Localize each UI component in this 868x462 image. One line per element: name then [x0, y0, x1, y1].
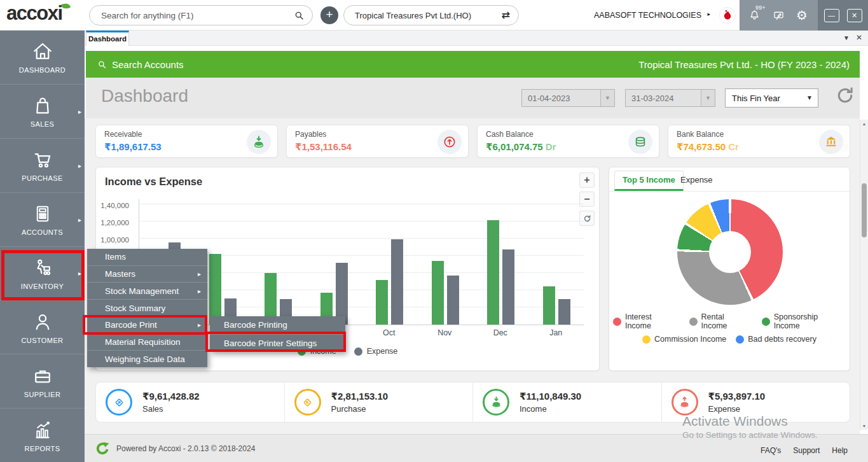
accounts-search-bar: Search Accounts Tropical Treasures Pvt L… — [86, 51, 860, 78]
chart-slot-sep — [307, 199, 362, 325]
sidebar-item-inventory[interactable]: INVENTORY▸ — [0, 247, 85, 301]
chart-slot-dec — [473, 199, 529, 325]
donut-legend-item-bad-debts-recovery: Bad debts recovery — [736, 335, 816, 344]
legend-dot-icon — [736, 335, 744, 344]
logo-leaf-icon — [61, 2, 71, 10]
chart-slot-oct — [362, 199, 418, 325]
messages-icon[interactable] — [772, 9, 785, 22]
summary-card-payables: Payables₹1,53,116.54 — [286, 125, 469, 158]
submenu-item-barcode-printing[interactable]: Barcode Printing — [210, 316, 345, 335]
sidebar-item-accounts[interactable]: ACCOUNTS▸ — [0, 193, 85, 247]
period-select-caret-icon: ▼ — [806, 94, 813, 101]
search-accounts[interactable]: Search Accounts — [97, 59, 184, 70]
menu-item-weighing-scale-data[interactable]: Weighing Scale Data — [87, 351, 207, 367]
purchase-cart-icon — [31, 148, 54, 171]
vertical-scrollbar[interactable]: ▲ ▼ — [860, 120, 868, 430]
menu-item-stock-management[interactable]: Stock Management▸ — [87, 283, 207, 300]
refresh-icon[interactable] — [835, 85, 855, 106]
scrollbar-down-icon[interactable]: ▼ — [860, 424, 868, 428]
scrollbar-up-icon[interactable]: ▲ — [860, 122, 868, 126]
summary-card-receivable: Receivable₹1,89,617.53 — [95, 125, 278, 158]
summary-card-suffix: Dr — [546, 141, 556, 152]
date-to-caret-icon: ▼ — [701, 90, 715, 106]
menu-item-label: Barcode Print — [105, 320, 157, 330]
footer-link-support[interactable]: Support — [793, 446, 820, 455]
menu-item-label: Stock Management — [105, 286, 179, 296]
sidebar-item-reports[interactable]: REPORTS — [0, 409, 85, 462]
summary-card-label: Receivable — [104, 130, 142, 139]
menu-item-masters[interactable]: Masters▸ — [87, 266, 207, 283]
donut-legend-item-commission-income: Commission Income — [642, 335, 726, 344]
settings-gear-icon[interactable]: ⚙ — [796, 9, 809, 22]
y-axis-label: 1,40,000 — [96, 202, 129, 209]
company-selector[interactable]: Tropical Treasures Pvt Ltd.(HO) ⇄ — [343, 5, 519, 25]
donut-legend-label: Sponsorship Income — [774, 312, 846, 330]
sidebar-item-dashboard[interactable]: DASHBOARD — [0, 31, 85, 85]
page-header: Dashboard 01-04-2023 ▼ 31-03-2024 ▼ This… — [86, 78, 860, 118]
bar-income-oct — [376, 280, 388, 325]
sidebar-item-supplier[interactable]: SUPPLIER — [0, 354, 85, 409]
tab-strip: Dashboard ▼ ✕ — [85, 31, 868, 46]
tab-top5-income[interactable]: Top 5 Income — [614, 171, 684, 191]
chevron-right-icon: ▸ — [78, 270, 81, 277]
footer-link-faq-s[interactable]: FAQ's — [761, 446, 781, 455]
legend-dot-icon — [762, 318, 770, 326]
purchase-diamond-arrow-icon — [294, 389, 321, 416]
switch-company-icon[interactable]: ⇄ — [502, 9, 510, 21]
global-search-input[interactable] — [101, 6, 286, 24]
account-name[interactable]: AABASOFT TECHNOLOGIES — [594, 11, 701, 20]
add-new-button[interactable]: + — [320, 6, 338, 24]
donut-legend-item-interest-income: Interest Income — [613, 312, 680, 330]
close-button[interactable]: ✕ — [847, 9, 862, 22]
menu-item-material-requisition[interactable]: Material Requisition — [87, 334, 207, 351]
date-from-field[interactable]: 01-04-2023 ▼ — [521, 89, 615, 107]
menu-item-barcode-print[interactable]: Barcode Print▸ — [87, 317, 207, 334]
tab-dashboard[interactable]: Dashboard — [86, 31, 129, 46]
total-card-sales: ₹9,61,428.82Sales — [96, 382, 284, 422]
tab-close-icon[interactable]: ✕ — [856, 33, 862, 42]
totals-bar: ₹9,61,428.82Sales₹2,81,153.10Purchase₹11… — [95, 382, 850, 423]
total-card-label: Purchase — [331, 404, 389, 414]
y-axis-label: 1,00,000 — [96, 236, 129, 244]
menu-item-label: Weighing Scale Data — [105, 354, 185, 364]
x-axis-label: Oct — [361, 328, 417, 337]
search-accounts-icon — [97, 59, 107, 70]
sidebar-item-customer[interactable]: CUSTOMER — [0, 300, 85, 354]
footer-link-help[interactable]: Help — [832, 446, 848, 455]
minimize-button[interactable]: — — [824, 9, 839, 22]
app-window: accoxi + Tropical Treasures Pvt Ltd.(HO)… — [0, 0, 868, 462]
date-to-field[interactable]: 31-03-2024 ▼ — [625, 89, 715, 107]
tab-list-caret-icon[interactable]: ▼ — [843, 34, 850, 41]
summary-card-bank-balance: Bank Balance₹74,673.50Cr — [668, 125, 850, 158]
menu-item-stock-summary[interactable]: Stock Summary — [87, 300, 207, 317]
chevron-right-icon: ▸ — [78, 162, 81, 169]
sidebar-item-sales[interactable]: SALES▸ — [0, 85, 85, 139]
company-fiscal-year: Tropical Treasures Pvt Ltd. - HO (FY 202… — [638, 59, 850, 70]
total-card-expense: ₹5,93,897.10Expense — [661, 382, 850, 422]
tab-expense[interactable]: Expense — [680, 175, 713, 185]
company-selector-value: Tropical Treasures Pvt Ltd.(HO) — [355, 11, 471, 20]
total-card-label: Sales — [142, 404, 200, 414]
sidebar-item-purchase[interactable]: PURCHASE▸ — [0, 139, 85, 193]
scrollbar-thumb[interactable] — [862, 183, 867, 237]
avatar[interactable] — [719, 7, 736, 24]
notifications-bell-icon[interactable]: 99+ — [748, 9, 761, 22]
chevron-right-icon: ▸ — [198, 321, 201, 328]
bar-income-nov — [432, 261, 444, 325]
bar-income-dec — [487, 220, 499, 325]
chart-zoom-in-button[interactable]: + — [579, 172, 595, 188]
donut-legend-item-sponsorship-income: Sponsorship Income — [762, 312, 846, 330]
search-icon[interactable] — [293, 10, 305, 22]
home-icon — [31, 40, 54, 63]
total-card-label: Income — [520, 404, 581, 414]
legend-dot-icon — [613, 318, 621, 326]
menu-item-items[interactable]: Items — [87, 249, 207, 266]
sales-diamond-arrow-icon — [106, 389, 132, 416]
period-select[interactable]: This Fin Year ▼ — [725, 88, 818, 108]
global-search — [89, 5, 313, 25]
footer-links: FAQ'sSupportHelp — [761, 446, 848, 455]
submenu-item-barcode-printer-settings[interactable]: Barcode Printer Settings — [210, 335, 345, 353]
top5-income-panel: Top 5 Income Expense Interest IncomeRent… — [609, 167, 850, 371]
submenu-item-label: Barcode Printer Settings — [224, 339, 317, 348]
total-card-text: ₹2,81,153.10Purchase — [331, 391, 389, 414]
